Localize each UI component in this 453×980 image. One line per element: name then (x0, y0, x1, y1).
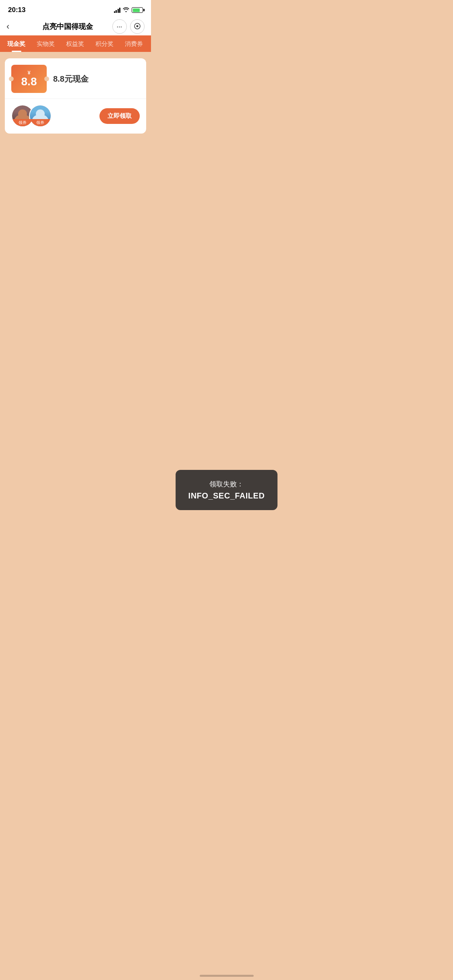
card-footer: 领券 领券 立即领取 (11, 99, 140, 127)
card-header: ¥ 8.8 8.8元现金 (11, 65, 140, 99)
page-title: 点亮中国得现金 (23, 22, 112, 31)
tab-bar: 现金奖 实物奖 权益奖 积分奖 消费券 优惠券奖 (0, 35, 151, 52)
card-title: 8.8元现金 (53, 74, 89, 84)
tab-cash[interactable]: 现金奖 (2, 35, 31, 52)
status-bar: 20:13 (0, 0, 151, 18)
avatar-group: 领券 领券 (11, 105, 52, 127)
coupon-amount: 8.8 (21, 76, 37, 88)
more-icon: ··· (117, 24, 122, 30)
tab-coupon[interactable]: 消费券 (119, 35, 149, 52)
tab-points[interactable]: 积分奖 (90, 35, 119, 52)
battery-icon (132, 7, 143, 13)
status-icons (114, 7, 143, 13)
tab-physical[interactable]: 实物奖 (31, 35, 60, 52)
tab-discount[interactable]: 优惠券奖 (149, 35, 151, 52)
claim-button[interactable]: 立即领取 (99, 108, 140, 124)
back-button[interactable]: ‹ (6, 21, 23, 32)
wifi-icon (123, 7, 129, 13)
coupon-ticket: ¥ 8.8 (11, 65, 47, 93)
tab-rights[interactable]: 权益奖 (60, 35, 90, 52)
svg-point-1 (137, 25, 139, 27)
main-content: ¥ 8.8 8.8元现金 领券 领券 立即领取 (0, 52, 151, 325)
signal-icon (114, 7, 121, 13)
avatar-label-1: 领券 (12, 119, 33, 126)
scan-icon (134, 23, 141, 31)
scan-button[interactable] (130, 19, 145, 34)
nav-actions: ··· (112, 19, 145, 34)
reward-card: ¥ 8.8 8.8元现金 领券 领券 立即领取 (5, 58, 146, 134)
coupon-currency: ¥ (27, 70, 30, 76)
status-time: 20:13 (8, 6, 25, 14)
more-button[interactable]: ··· (112, 19, 127, 34)
nav-bar: ‹ 点亮中国得现金 ··· (0, 18, 151, 35)
